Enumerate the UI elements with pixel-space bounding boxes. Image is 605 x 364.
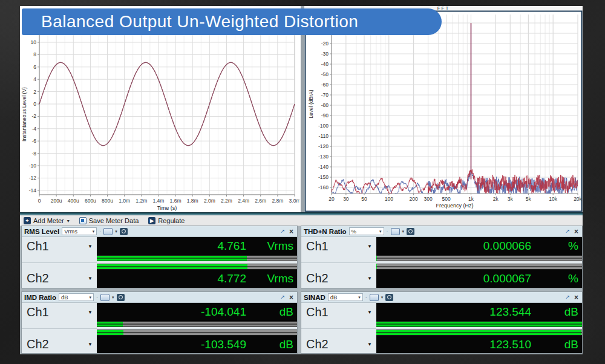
regulate-target-icon[interactable] [117,294,125,301]
popout-icon[interactable]: ↗ [565,294,570,300]
meter-value-display: 0.000066 % [376,237,582,255]
regulate-target-icon[interactable] [407,228,414,235]
level-bar [97,255,297,261]
meter-header: RMS Level Vrms ▾ · ▾ ↗ × [22,226,297,237]
channel-label: Ch2 [306,271,329,285]
svg-text:0: 0 [33,101,36,107]
chevron-down-icon: ▼ [367,276,372,281]
svg-text:10k: 10k [549,196,557,202]
save-icon [79,217,87,224]
svg-text:-14: -14 [29,187,37,193]
add-meter-button[interactable]: + Add Meter ▾ [24,217,70,224]
svg-text:1.4m: 1.4m [152,198,164,204]
separator-dot: · [99,229,101,235]
meter-header: SINAD dB ▾ · ▾ ↗ × [301,292,582,303]
close-icon[interactable]: × [574,229,578,235]
svg-text:-10: -10 [29,163,37,169]
save-meter-data-button[interactable]: Save Meter Data [79,217,139,224]
channel-selector[interactable]: Ch2 ▼ [22,329,97,354]
chevron-down-icon: ▼ [88,342,93,347]
channel-label: Ch2 [27,271,49,285]
svg-text:800u: 800u [102,198,113,204]
level-bar [97,321,297,327]
svg-text:-140: -140 [318,164,329,170]
svg-text:2k: 2k [493,196,499,202]
svg-text:2.0m: 2.0m [204,198,215,204]
meter-title: RMS Level [24,228,59,235]
plus-icon: + [24,217,31,224]
svg-text:-6: -6 [31,138,36,144]
meter-value: 4.761 [217,239,246,253]
svg-text:-50: -50 [321,71,329,77]
meter-unit-select[interactable]: dB ▾ [328,293,363,301]
level-bar [376,321,582,327]
svg-text:-120: -120 [318,143,329,149]
meter-unit-value: % [352,228,356,235]
channel-selector[interactable]: Ch1 ▼ [22,237,97,263]
chevron-down-icon: ▾ [402,229,405,234]
chevron-down-icon: ▼ [88,276,93,281]
meter-value: 4.772 [217,272,246,285]
channel-selector[interactable]: Ch2 ▼ [301,263,376,288]
meter-value: 123.544 [489,305,531,319]
channel-label: Ch1 [306,239,329,253]
page-title: Balanced Output Un-Weighted Distortion [41,12,358,31]
meter-value-unit: % [547,239,578,253]
meter-unit-select[interactable]: dB ▾ [59,293,94,301]
meter-panel: RMS Level Vrms ▾ · ▾ ↗ × Ch1 ▼ Ch2 [21,226,298,288]
close-icon[interactable]: × [574,294,578,301]
meter-body: Ch1 ▼ Ch2 ▼ -104.041 dB [22,303,297,354]
close-icon[interactable]: × [289,294,293,301]
chevron-down-icon: ▾ [358,295,361,300]
channel-selector[interactable]: Ch2 ▼ [301,329,376,354]
level-bar [376,264,582,270]
meter-value-unit: % [547,272,578,285]
popout-icon[interactable]: ↗ [280,229,285,234]
svg-text:2.8m: 2.8m [272,198,283,204]
channel-label: Ch2 [306,337,329,351]
display-settings-icon[interactable] [391,228,400,235]
chevron-down-icon: ▼ [367,244,372,249]
svg-text:1.6m: 1.6m [170,198,182,204]
svg-text:-70: -70 [321,92,329,98]
meter-value: 0.000067 [483,272,531,285]
separator-dot: · [387,229,388,235]
meter-value-unit: Vrms [262,239,293,253]
page: { "banner": { "title": "Balanced Output … [0,0,605,364]
separator-dot: · [96,294,98,301]
display-settings-icon[interactable] [100,294,110,301]
svg-text:3.0m: 3.0m [289,198,299,204]
channel-selector[interactable]: Ch2 ▼ [22,263,97,288]
close-icon[interactable]: × [289,229,293,235]
scope-plot-panel: 0200u400u600u800u1.0m1.2m1.4m1.6m1.8m2.0… [20,6,301,212]
meter-value-display: 123.510 dB [376,336,582,354]
display-settings-icon[interactable] [103,228,113,235]
display-settings-icon[interactable] [370,294,379,301]
svg-text:30: 30 [343,196,349,202]
level-bar [97,264,297,270]
fft-plot: 2030501002003005001k2k3k5k10k20k-20-30-4… [304,6,583,212]
svg-text:4: 4 [33,76,36,82]
channel-selector[interactable]: Ch1 ▼ [22,303,97,329]
regulate-button[interactable]: ▶ Regulate [148,217,185,224]
meter-value-unit: Vrms [262,272,293,285]
save-meter-data-label: Save Meter Data [89,217,139,224]
meter-body: Ch1 ▼ Ch2 ▼ 0.000066 % [301,237,582,288]
title-banner: Balanced Output Un-Weighted Distortion [22,8,442,35]
meter-unit-select[interactable]: % ▾ [349,227,384,235]
meter-unit-select[interactable]: Vrms ▾ [62,227,97,235]
regulate-target-icon[interactable] [120,228,128,235]
add-meter-label: Add Meter [33,217,64,224]
svg-text:-160: -160 [318,184,329,190]
svg-text:Frequency (Hz): Frequency (Hz) [436,203,473,209]
svg-text:200u: 200u [51,198,62,204]
popout-icon[interactable]: ↗ [565,229,570,234]
popout-icon[interactable]: ↗ [280,294,285,300]
meter-panel: SINAD dB ▾ · ▾ ↗ × Ch1 ▼ Ch2 ▼ [301,291,583,354]
channel-selector[interactable]: Ch1 ▼ [301,303,376,329]
channel-selector[interactable]: Ch1 ▼ [301,237,376,263]
chevron-down-icon: ▼ [88,244,93,249]
svg-text:1.2m: 1.2m [136,198,147,204]
regulate-target-icon[interactable] [385,294,393,301]
meter-value-display: 4.761 Vrms [97,237,297,255]
